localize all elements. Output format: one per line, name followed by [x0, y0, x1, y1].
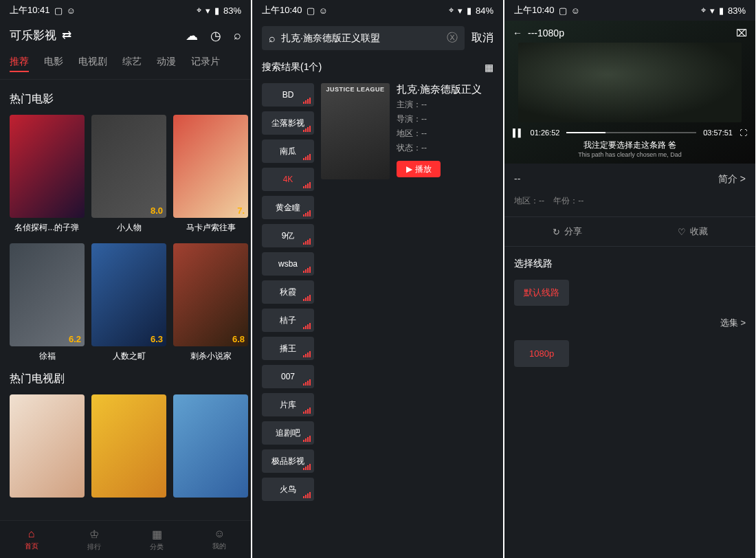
result-item[interactable]: 扎克·施奈德版正义 主演：-- 导演：-- 地区：-- 状态：-- ▶播放 [321, 83, 493, 558]
source-item[interactable]: 南瓜 [262, 140, 314, 163]
episode-button[interactable]: 1080p [514, 340, 569, 367]
status-battery: 84% [476, 5, 493, 16]
search-input[interactable] [281, 33, 441, 44]
source-item[interactable]: wsba [262, 252, 314, 276]
nav-category[interactable]: ▦分类 [126, 521, 188, 558]
tab-variety[interactable]: 综艺 [122, 56, 142, 72]
player-title: ---1080p [528, 27, 564, 38]
route-title: 选择线路 [514, 258, 746, 270]
current-time: 01:26:52 [531, 129, 560, 137]
source-item[interactable]: 桔子 [262, 309, 314, 332]
brief-button[interactable]: 简介 > [718, 173, 746, 186]
location-icon: ⌖ [449, 5, 454, 16]
tab-tv[interactable]: 电视剧 [78, 56, 107, 72]
result-region: 地区：-- [397, 128, 493, 140]
clear-icon[interactable]: ⓧ [447, 31, 458, 45]
source-item[interactable]: 播王 [262, 337, 314, 360]
fullscreen-icon[interactable]: ⛶ [740, 129, 747, 137]
poster: 6.8 [173, 243, 248, 346]
gallery-icon: ▢ [307, 5, 315, 16]
search-icon: ⌕ [269, 32, 276, 45]
results-header: 搜索结果(1个) ▦ [252, 56, 503, 79]
ghost-icon: ☺ [67, 5, 76, 16]
source-item[interactable]: 4K [262, 168, 314, 191]
source-item[interactable]: 追剧吧 [262, 421, 314, 445]
history-icon[interactable]: ◷ [210, 28, 221, 43]
location-icon: ⌖ [197, 5, 201, 16]
bottom-nav: ⌂首页 ♔排行 ▦分类 ☺我的 [0, 520, 251, 558]
movie-card[interactable]: 6.3 人数之町 [91, 243, 166, 362]
movie-card[interactable]: 名侦探柯...的子弹 [10, 115, 85, 234]
crown-icon: ♔ [89, 528, 99, 541]
back-icon[interactable]: ← [513, 27, 522, 38]
notify-icon[interactable]: ☁ [186, 28, 198, 43]
poster [10, 394, 85, 498]
nav-home[interactable]: ⌂首页 [0, 521, 63, 558]
nav-rank[interactable]: ♔排行 [63, 521, 125, 558]
layout-icon[interactable]: ▦ [485, 62, 493, 73]
home-icon: ⌂ [28, 528, 35, 540]
tab-anime[interactable]: 动漫 [157, 56, 176, 72]
movie-title: 徐福 [10, 350, 85, 362]
poster: 6.3 [91, 243, 166, 346]
movie-card[interactable]: 6.2 徐福 [10, 243, 85, 362]
share-button[interactable]: ↻分享 [504, 217, 630, 246]
status-time: 上午10:40 [262, 4, 302, 16]
tab-doc[interactable]: 记录片 [191, 56, 220, 72]
status-battery: 83% [728, 5, 746, 16]
movie-card[interactable] [91, 394, 166, 498]
poster: 7. [173, 115, 248, 218]
movie-card[interactable] [10, 394, 85, 498]
route-button[interactable]: 默认线路 [514, 280, 569, 306]
source-item[interactable]: 火鸟 [262, 478, 314, 501]
cancel-button[interactable]: 取消 [471, 31, 493, 45]
movie-card[interactable]: 7. 马卡卢索往事 [173, 115, 248, 234]
episodes-link[interactable]: 选集 > [504, 317, 755, 329]
ghost-icon: ☺ [571, 5, 580, 16]
source-item[interactable]: 极品影视 [262, 449, 314, 473]
screen-player: 上午10:40 ▢ ☺ ⌖ ▾ ▮ 83% ← ---1080p ⌧ ▌▌ 01… [504, 0, 755, 558]
nav-profile[interactable]: ☺我的 [188, 521, 251, 558]
source-item[interactable]: 9亿 [262, 224, 314, 247]
grid-icon: ▦ [152, 528, 162, 541]
play-button[interactable]: ▶播放 [397, 161, 441, 177]
app-header: 可乐影视 ⇄ ☁ ◷ ⌕ [0, 21, 251, 50]
movie-title: 马卡卢索往事 [173, 222, 248, 234]
source-item[interactable]: 秋霞 [262, 280, 314, 304]
gallery-icon: ▢ [559, 5, 567, 16]
movie-card[interactable]: 6.8 刺杀小说家 [173, 243, 248, 362]
content-scroll[interactable]: 热门电影 名侦探柯...的子弹 8.0 小人物 7. 马卡卢索往事 6.2 徐福… [0, 80, 251, 520]
switch-icon[interactable]: ⇄ [62, 28, 71, 43]
favorite-button[interactable]: ♡收藏 [630, 217, 756, 246]
ghost-icon: ☺ [319, 5, 328, 16]
detail-header: -- 简介 > [504, 164, 755, 195]
play-icon: ▶ [406, 164, 412, 174]
result-status: 状态：-- [397, 142, 493, 154]
status-bar: 上午10:40 ▢ ☺ ⌖ ▾ ▮ 83% [504, 0, 755, 21]
movie-card[interactable]: 8.0 小人物 [91, 115, 166, 234]
search-icon[interactable]: ⌕ [234, 28, 241, 43]
tab-recommend[interactable]: 推荐 [10, 56, 29, 72]
signal-icon: ▮ [467, 5, 471, 16]
tab-movie[interactable]: 电影 [44, 56, 63, 72]
progress-bar[interactable]: ▌▌ 01:26:52 03:57:51 ⛶ [513, 129, 747, 137]
wifi-icon: ▾ [458, 5, 463, 16]
cast-icon[interactable]: ⌧ [736, 27, 747, 38]
pause-icon[interactable]: ▌▌ [513, 129, 524, 137]
source-item[interactable]: 片库 [262, 393, 314, 416]
source-item[interactable]: BD [262, 83, 314, 107]
source-list[interactable]: BD尘落影视南瓜4K黄金瞳9亿wsba秋霞桔子播王007片库追剧吧极品影视火鸟 [262, 83, 314, 558]
source-item[interactable]: 007 [262, 365, 314, 388]
status-bar: 上午10:41 ▢ ☺ ⌖ ▾ ▮ 83% [0, 0, 251, 21]
results-count: 搜索结果(1个) [262, 61, 322, 74]
source-item[interactable]: 尘落影视 [262, 111, 314, 135]
status-battery: 83% [223, 5, 241, 16]
movie-card[interactable] [173, 394, 248, 498]
video-player[interactable]: ← ---1080p ⌧ ▌▌ 01:26:52 03:57:51 ⛶ 我注定要… [504, 21, 755, 164]
app-title[interactable]: 可乐影视 ⇄ [10, 27, 71, 43]
seek-bar[interactable] [566, 132, 696, 133]
section-title: 热门电视剧 [10, 372, 241, 386]
source-item[interactable]: 黄金瞳 [262, 196, 314, 219]
search-field[interactable]: ⌕ ⓧ [262, 26, 465, 50]
result-poster [321, 83, 390, 179]
